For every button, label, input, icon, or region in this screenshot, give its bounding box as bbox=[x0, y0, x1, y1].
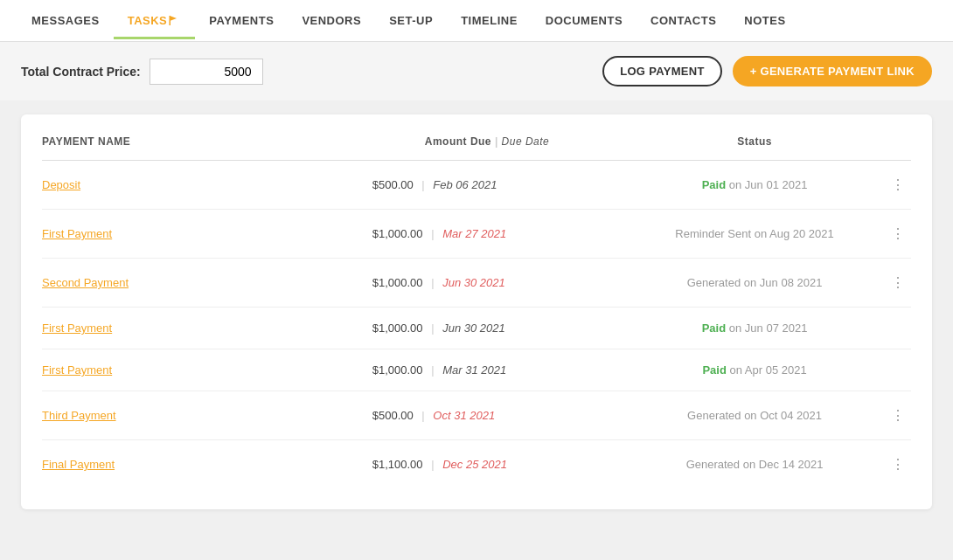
status-prefix: Generated bbox=[687, 409, 741, 422]
amount-value: $1,000.00 bbox=[372, 276, 423, 289]
status-prefix: Paid bbox=[702, 363, 726, 377]
payment-name-link[interactable]: Second Payment bbox=[42, 276, 129, 289]
table-row: First Payment$1,000.00 | Mar 27 2021Remi… bbox=[42, 210, 911, 259]
due-date-value: Mar 27 2021 bbox=[442, 227, 506, 240]
generate-payment-link-button[interactable]: + GENERATE PAYMENT LINK bbox=[733, 56, 932, 86]
tasks-icon bbox=[169, 15, 181, 27]
table-row: Third Payment$500.00 | Oct 31 2021Genera… bbox=[42, 391, 911, 440]
status-suffix: on Dec 14 2021 bbox=[743, 458, 824, 471]
nav-item-vendors[interactable]: VENDORS bbox=[288, 2, 375, 39]
row-actions-menu[interactable]: ⋮ bbox=[886, 224, 911, 244]
due-date-value: Mar 31 2021 bbox=[442, 363, 506, 377]
amount-value: $1,000.00 bbox=[372, 321, 423, 335]
table-row: Deposit$500.00 | Feb 06 2021Paid on Jun … bbox=[42, 161, 911, 210]
nav-item-messages[interactable]: MESSAGES bbox=[17, 2, 114, 39]
payment-name-link[interactable]: First Payment bbox=[42, 321, 112, 335]
status-prefix: Paid bbox=[702, 178, 726, 191]
table-row: First Payment$1,000.00 | Mar 31 2021Paid… bbox=[42, 349, 911, 391]
separator: | bbox=[431, 227, 434, 240]
total-contract-input[interactable] bbox=[150, 59, 263, 85]
toolbar-actions: LOG PAYMENT + GENERATE PAYMENT LINK bbox=[602, 56, 932, 86]
status-suffix: on Jun 08 2021 bbox=[744, 276, 823, 289]
col-header-actions bbox=[876, 135, 911, 161]
status-suffix: on Jun 07 2021 bbox=[729, 321, 808, 335]
toolbar: Total Contract Price: LOG PAYMENT + GENE… bbox=[0, 42, 953, 100]
amount-value: $1,000.00 bbox=[372, 363, 423, 377]
status-suffix: on Oct 04 2021 bbox=[744, 409, 822, 422]
col-header-amount: Amount Due | Due Date bbox=[372, 135, 633, 161]
status-suffix: on Jun 01 2021 bbox=[729, 178, 808, 191]
nav-item-tasks[interactable]: TASKS bbox=[114, 2, 196, 40]
col-amount-text: Amount Due bbox=[425, 135, 491, 148]
separator: | bbox=[431, 321, 434, 335]
nav-item-contacts[interactable]: CONTACTS bbox=[636, 2, 730, 39]
due-date-value: Feb 06 2021 bbox=[433, 178, 497, 191]
nav-item-notes[interactable]: NOTES bbox=[730, 2, 799, 39]
table-row: First Payment$1,000.00 | Jun 30 2021Paid… bbox=[42, 308, 911, 349]
nav-item-documents[interactable]: DOCUMENTS bbox=[532, 2, 636, 39]
status-prefix: Reminder Sent bbox=[675, 227, 751, 240]
due-date-value: Oct 31 2021 bbox=[433, 409, 495, 422]
amount-value: $500.00 bbox=[372, 409, 414, 422]
svg-marker-0 bbox=[170, 16, 177, 21]
payment-name-link[interactable]: First Payment bbox=[42, 363, 112, 377]
status-suffix: on Aug 20 2021 bbox=[755, 227, 834, 240]
row-actions-menu[interactable]: ⋮ bbox=[886, 454, 911, 474]
col-header-name: PAYMENT NAME bbox=[42, 135, 372, 161]
status-prefix: Generated bbox=[687, 276, 741, 289]
payment-name-link[interactable]: Deposit bbox=[42, 178, 80, 191]
nav-item-timeline[interactable]: TIMELINE bbox=[447, 2, 532, 39]
status-prefix: Generated bbox=[686, 458, 740, 471]
due-date-value: Dec 25 2021 bbox=[442, 458, 507, 471]
total-contract-label: Total Contract Price: bbox=[21, 65, 141, 79]
row-actions-menu[interactable]: ⋮ bbox=[886, 273, 911, 293]
payment-name-link[interactable]: Third Payment bbox=[42, 409, 116, 422]
amount-value: $500.00 bbox=[372, 178, 414, 191]
nav-item-setup[interactable]: SET-UP bbox=[375, 2, 447, 39]
separator: | bbox=[431, 458, 434, 471]
separator: | bbox=[421, 409, 424, 422]
status-suffix: on Apr 05 2021 bbox=[730, 363, 807, 377]
separator: | bbox=[431, 363, 434, 377]
col-due-date-text: Due Date bbox=[502, 135, 550, 148]
due-date-value: Jun 30 2021 bbox=[442, 321, 505, 335]
row-actions-menu[interactable]: ⋮ bbox=[886, 175, 911, 195]
log-payment-button[interactable]: LOG PAYMENT bbox=[602, 56, 721, 86]
amount-value: $1,100.00 bbox=[372, 458, 423, 471]
due-date-value: Jun 30 2021 bbox=[442, 276, 505, 289]
svg-rect-1 bbox=[170, 16, 171, 25]
main-nav: MESSAGESTASKSPAYMENTSVENDORSSET-UPTIMELI… bbox=[0, 0, 953, 42]
payments-card: PAYMENT NAME Amount Due | Due Date Statu… bbox=[21, 114, 932, 509]
row-actions-menu[interactable]: ⋮ bbox=[886, 405, 911, 425]
table-row: Final Payment$1,100.00 | Dec 25 2021Gene… bbox=[42, 440, 911, 489]
payments-table: PAYMENT NAME Amount Due | Due Date Statu… bbox=[42, 135, 911, 488]
table-row: Second Payment$1,000.00 | Jun 30 2021Gen… bbox=[42, 259, 911, 308]
amount-value: $1,000.00 bbox=[372, 227, 423, 240]
col-header-status: Status bbox=[633, 135, 876, 161]
payment-name-link[interactable]: First Payment bbox=[42, 227, 112, 240]
nav-item-payments[interactable]: PAYMENTS bbox=[195, 2, 288, 39]
separator: | bbox=[421, 178, 424, 191]
separator: | bbox=[431, 276, 434, 289]
status-prefix: Paid bbox=[702, 321, 726, 335]
payment-name-link[interactable]: Final Payment bbox=[42, 458, 115, 471]
